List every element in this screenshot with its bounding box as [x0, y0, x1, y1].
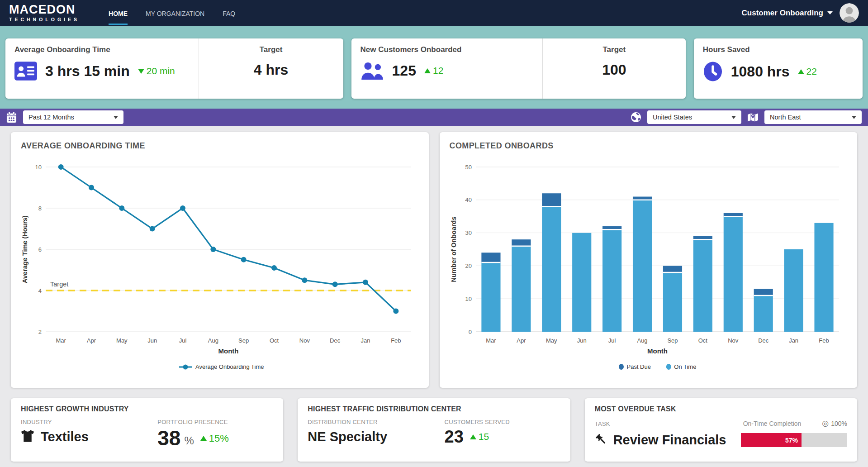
svg-text:Jan: Jan — [361, 337, 370, 344]
brand-name: MACEDON — [9, 4, 80, 16]
chart-legend[interactable]: Average Onboarding Time — [179, 363, 264, 370]
chevron-down-icon — [827, 11, 833, 14]
svg-text:2: 2 — [38, 329, 42, 335]
svg-text:Jul: Jul — [179, 337, 187, 344]
svg-text:4: 4 — [38, 287, 42, 294]
portfolio-presence-value: 38 — [157, 429, 180, 447]
avg-onboarding-time-chart-card: AVERAGE ONBOARDING TIME 246810TargetMarA… — [11, 132, 429, 388]
kpi-card-hours-saved: Hours Saved 1080 hrs 22 — [694, 38, 863, 99]
target-label: Target — [204, 45, 339, 54]
brand-subname: TECHNOLOGIES — [9, 17, 80, 22]
customers-served-label: CUSTOMERS SERVED — [445, 419, 560, 425]
trend-up-icon — [424, 68, 431, 73]
svg-text:Sep: Sep — [667, 337, 678, 344]
svg-text:10: 10 — [465, 295, 471, 302]
svg-text:0: 0 — [468, 329, 471, 335]
svg-text:Average Time (Hours): Average Time (Hours) — [21, 215, 28, 283]
kpi-new-customers: New Customers Onboarded 125 12 — [351, 38, 542, 99]
region-value: North East — [770, 114, 801, 121]
kpi-title: Hours Saved — [703, 45, 857, 54]
svg-text:Sep: Sep — [238, 337, 249, 344]
country-select[interactable]: United States — [647, 110, 741, 124]
task-value: Review Financials — [613, 433, 726, 448]
kpi-delta: 20 min — [138, 66, 175, 76]
svg-text:Month: Month — [218, 347, 239, 355]
context-switcher[interactable]: Customer Onboarding — [742, 9, 833, 18]
chevron-down-icon — [114, 116, 118, 119]
kpi-card-new-customers: New Customers Onboarded 125 12 — [351, 38, 686, 99]
people-icon — [360, 62, 384, 80]
clock-icon — [703, 62, 723, 81]
svg-text:Jan: Jan — [789, 337, 798, 344]
avatar[interactable] — [840, 3, 859, 23]
chart-legend[interactable]: Past Due — [619, 363, 651, 370]
svg-text:Jun: Jun — [147, 337, 157, 344]
svg-text:Nov: Nov — [299, 337, 310, 344]
trend-down-icon — [138, 69, 144, 74]
traffic-delta: 15 — [470, 431, 489, 442]
industry-label: INDUSTRY — [21, 419, 157, 425]
svg-text:Mar: Mar — [56, 337, 66, 344]
kpi-band: Average Onboarding Time 3 hrs 15 min — [0, 26, 868, 109]
card-title: HIGHEST GROWTH INDUSTRY — [21, 405, 273, 413]
task-progress-bar: 57% — [741, 433, 847, 447]
svg-text:6: 6 — [38, 246, 42, 253]
percent-unit: % — [184, 434, 194, 447]
svg-text:Number of Onboards: Number of Onboards — [450, 216, 457, 282]
chart-title: AVERAGE ONBOARDING TIME — [21, 141, 419, 151]
nav-my-organization[interactable]: MY ORGANIZATION — [146, 1, 204, 25]
distribution-center-value: NE Specialty — [308, 429, 387, 444]
line-chart: 246810TargetMarAprMayJunJulAugSepOctNovD… — [21, 154, 419, 383]
on-time-completion-label: On-Time Completion — [743, 420, 802, 427]
chevron-down-icon — [731, 116, 736, 119]
kpi-title: New Customers Onboarded — [360, 45, 537, 54]
task-label: TASK — [595, 420, 610, 427]
svg-text:Aug: Aug — [208, 337, 218, 344]
svg-text:Target: Target — [50, 281, 68, 288]
svg-text:Feb: Feb — [819, 337, 829, 344]
kpi-value: 3 hrs 15 min — [45, 63, 130, 80]
map-icon — [747, 112, 759, 123]
completed-onboards-chart-card: COMPLETED ONBOARDS 01020304050MarAprMayJ… — [440, 132, 858, 388]
kpi-card-avg-onboarding-time: Average Onboarding Time 3 hrs 15 min — [5, 38, 343, 99]
kpi-new-customers-target: Target 100 — [542, 38, 686, 99]
tshirt-icon — [21, 430, 34, 444]
svg-text:Jun: Jun — [577, 337, 586, 344]
chart-title: COMPLETED ONBOARDS — [450, 141, 848, 151]
nav-right: Customer Onboarding — [742, 3, 859, 23]
brand-logo[interactable]: MACEDON TECHNOLOGIES — [9, 4, 80, 22]
target-label: Target — [547, 45, 681, 54]
kpi-avg-time: Average Onboarding Time 3 hrs 15 min — [5, 38, 199, 99]
svg-text:Month: Month — [647, 347, 668, 355]
chart-legend[interactable]: On Time — [666, 363, 696, 370]
svg-text:Past Due: Past Due — [626, 363, 650, 370]
period-select[interactable]: Past 12 Months — [23, 110, 123, 124]
customers-served-value: 23 — [445, 429, 464, 444]
task-progress-label: 57% — [785, 437, 798, 444]
nav-faq[interactable]: FAQ — [223, 1, 235, 25]
svg-text:8: 8 — [38, 205, 42, 212]
svg-text:Nov: Nov — [728, 337, 739, 344]
svg-text:May: May — [116, 337, 128, 344]
top-nav: MACEDON TECHNOLOGIES HOME MY ORGANIZATIO… — [0, 0, 868, 26]
period-value: Past 12 Months — [28, 114, 74, 121]
completion-target: ◎ 100% — [822, 419, 847, 428]
most-overdue-task-card: MOST OVERDUE TASK TASK On-Time Completio… — [585, 398, 857, 462]
svg-text:On Time: On Time — [674, 363, 696, 370]
bar-chart: 01020304050MarAprMayJunJulAugSepOctNovDe… — [450, 154, 848, 383]
globe-icon — [631, 112, 641, 123]
calendar-icon — [6, 112, 17, 123]
svg-text:Apr: Apr — [517, 337, 526, 344]
bar-chart-svg: 01020304050MarAprMayJunJulAugSepOctNovDe… — [450, 154, 845, 381]
highest-traffic-dc-card: HIGHEST TRAFFIC DISTRIBUTION CENTER DIST… — [298, 398, 570, 462]
nav-home[interactable]: HOME — [109, 1, 128, 25]
country-value: United States — [653, 114, 692, 121]
context-label: Customer Onboarding — [742, 9, 823, 18]
svg-text:Dec: Dec — [330, 337, 341, 344]
region-select[interactable]: North East — [764, 110, 862, 124]
svg-text:40: 40 — [465, 196, 471, 203]
id-card-icon — [14, 62, 37, 81]
user-silhouette-icon — [840, 3, 859, 23]
trend-up-icon — [470, 434, 476, 439]
kpi-title: Average Onboarding Time — [14, 45, 193, 54]
